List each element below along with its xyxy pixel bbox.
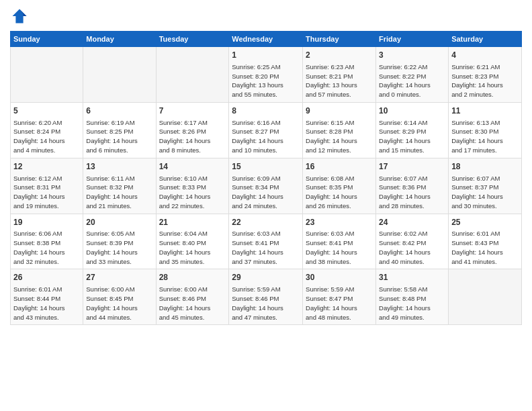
calendar-cell: 19Sunrise: 6:06 AMSunset: 8:38 PMDayligh… [11,214,83,269]
calendar-week-2: 5Sunrise: 6:20 AMSunset: 8:24 PMDaylight… [11,102,522,158]
day-number: 18 [451,161,519,173]
day-number: 10 [379,105,445,117]
day-number: 25 [451,217,519,228]
day-info: Sunrise: 6:10 AMSunset: 8:33 PMDaylight:… [159,174,226,211]
calendar-cell: 31Sunrise: 5:58 AMSunset: 8:48 PMDayligh… [376,269,449,325]
day-number: 20 [86,217,152,228]
weekday-header-sunday: Sunday [11,32,83,47]
weekday-header-friday: Friday [376,32,449,47]
calendar-cell: 7Sunrise: 6:17 AMSunset: 8:26 PMDaylight… [156,102,229,158]
day-info: Sunrise: 6:23 AMSunset: 8:21 PMDaylight:… [306,62,373,99]
day-number: 30 [306,272,373,283]
calendar-cell: 22Sunrise: 6:03 AMSunset: 8:41 PMDayligh… [229,214,303,269]
day-number: 6 [86,105,152,117]
calendar-week-4: 19Sunrise: 6:06 AMSunset: 8:38 PMDayligh… [11,214,522,269]
calendar-cell: 28Sunrise: 6:00 AMSunset: 8:46 PMDayligh… [156,269,229,325]
day-info: Sunrise: 5:59 AMSunset: 8:46 PMDaylight:… [232,285,300,322]
day-number: 16 [306,161,373,173]
day-number: 24 [379,217,445,228]
day-info: Sunrise: 6:11 AMSunset: 8:32 PMDaylight:… [86,174,152,211]
day-info: Sunrise: 6:12 AMSunset: 8:31 PMDaylight:… [13,174,80,211]
calendar-cell: 4Sunrise: 6:21 AMSunset: 8:23 PMDaylight… [449,47,522,103]
calendar-cell: 9Sunrise: 6:15 AMSunset: 8:28 PMDaylight… [303,102,376,158]
day-info: Sunrise: 6:16 AMSunset: 8:27 PMDaylight:… [232,118,300,155]
calendar-cell: 25Sunrise: 6:01 AMSunset: 8:43 PMDayligh… [449,214,522,269]
calendar-cell: 17Sunrise: 6:07 AMSunset: 8:36 PMDayligh… [376,158,449,214]
day-info: Sunrise: 6:03 AMSunset: 8:41 PMDaylight:… [306,229,373,266]
logo [10,7,32,26]
calendar-cell: 12Sunrise: 6:12 AMSunset: 8:31 PMDayligh… [11,158,83,214]
day-info: Sunrise: 6:01 AMSunset: 8:44 PMDaylight:… [13,285,80,322]
day-info: Sunrise: 6:00 AMSunset: 8:45 PMDaylight:… [86,285,152,322]
calendar-cell: 30Sunrise: 5:59 AMSunset: 8:47 PMDayligh… [303,269,376,325]
calendar-cell: 2Sunrise: 6:23 AMSunset: 8:21 PMDaylight… [303,47,376,103]
calendar-cell: 26Sunrise: 6:01 AMSunset: 8:44 PMDayligh… [11,269,83,325]
calendar-week-5: 26Sunrise: 6:01 AMSunset: 8:44 PMDayligh… [11,269,522,325]
day-number: 11 [451,105,519,117]
calendar-cell: 29Sunrise: 5:59 AMSunset: 8:46 PMDayligh… [229,269,303,325]
calendar-cell: 1Sunrise: 6:25 AMSunset: 8:20 PMDaylight… [229,47,303,103]
calendar-cell: 6Sunrise: 6:19 AMSunset: 8:25 PMDaylight… [83,102,156,158]
day-info: Sunrise: 6:20 AMSunset: 8:24 PMDaylight:… [13,118,80,155]
day-number: 15 [232,161,300,173]
day-number: 3 [379,50,445,61]
calendar-cell [156,47,229,103]
day-info: Sunrise: 6:17 AMSunset: 8:26 PMDaylight:… [159,118,226,155]
day-info: Sunrise: 6:01 AMSunset: 8:43 PMDaylight:… [451,229,519,266]
day-info: Sunrise: 6:25 AMSunset: 8:20 PMDaylight:… [232,62,300,99]
calendar-cell: 8Sunrise: 6:16 AMSunset: 8:27 PMDaylight… [229,102,303,158]
calendar-cell: 13Sunrise: 6:11 AMSunset: 8:32 PMDayligh… [83,158,156,214]
calendar-header: SundayMondayTuesdayWednesdayThursdayFrid… [11,32,522,47]
calendar-cell: 20Sunrise: 6:05 AMSunset: 8:39 PMDayligh… [83,214,156,269]
weekday-header-saturday: Saturday [449,32,522,47]
day-number: 27 [86,272,152,283]
calendar-cell: 24Sunrise: 6:02 AMSunset: 8:42 PMDayligh… [376,214,449,269]
calendar-table: SundayMondayTuesdayWednesdayThursdayFrid… [10,31,522,325]
day-number: 14 [159,161,226,173]
calendar-cell: 15Sunrise: 6:09 AMSunset: 8:34 PMDayligh… [229,158,303,214]
calendar-cell: 18Sunrise: 6:07 AMSunset: 8:37 PMDayligh… [449,158,522,214]
calendar-cell: 23Sunrise: 6:03 AMSunset: 8:41 PMDayligh… [303,214,376,269]
day-number: 29 [232,272,300,283]
day-number: 2 [306,50,373,61]
day-number: 8 [232,105,300,117]
calendar-cell: 27Sunrise: 6:00 AMSunset: 8:45 PMDayligh… [83,269,156,325]
calendar-week-3: 12Sunrise: 6:12 AMSunset: 8:31 PMDayligh… [11,158,522,214]
weekday-header-monday: Monday [83,32,156,47]
day-info: Sunrise: 6:02 AMSunset: 8:42 PMDaylight:… [379,229,445,266]
day-number: 23 [306,217,373,228]
page-header [10,7,522,26]
day-number: 7 [159,105,226,117]
day-info: Sunrise: 6:09 AMSunset: 8:34 PMDaylight:… [232,174,300,211]
weekday-header-wednesday: Wednesday [229,32,303,47]
day-info: Sunrise: 5:59 AMSunset: 8:47 PMDaylight:… [306,285,373,322]
day-number: 17 [379,161,445,173]
day-info: Sunrise: 6:15 AMSunset: 8:28 PMDaylight:… [306,118,373,155]
calendar-cell: 16Sunrise: 6:08 AMSunset: 8:35 PMDayligh… [303,158,376,214]
day-info: Sunrise: 6:06 AMSunset: 8:38 PMDaylight:… [13,229,80,266]
calendar-cell [83,47,156,103]
day-info: Sunrise: 6:07 AMSunset: 8:37 PMDaylight:… [451,174,519,211]
calendar-body: 1Sunrise: 6:25 AMSunset: 8:20 PMDaylight… [11,47,522,325]
day-info: Sunrise: 6:22 AMSunset: 8:22 PMDaylight:… [379,62,445,99]
day-info: Sunrise: 6:21 AMSunset: 8:23 PMDaylight:… [451,62,519,99]
weekday-header-thursday: Thursday [303,32,376,47]
day-info: Sunrise: 6:08 AMSunset: 8:35 PMDaylight:… [306,174,373,211]
day-info: Sunrise: 6:00 AMSunset: 8:46 PMDaylight:… [159,285,226,322]
day-info: Sunrise: 6:07 AMSunset: 8:36 PMDaylight:… [379,174,445,211]
day-number: 28 [159,272,226,283]
calendar-cell: 14Sunrise: 6:10 AMSunset: 8:33 PMDayligh… [156,158,229,214]
calendar-cell [449,269,522,325]
day-number: 22 [232,217,300,228]
calendar-cell: 21Sunrise: 6:04 AMSunset: 8:40 PMDayligh… [156,214,229,269]
calendar-cell: 10Sunrise: 6:14 AMSunset: 8:29 PMDayligh… [376,102,449,158]
calendar-cell [11,47,83,103]
day-number: 21 [159,217,226,228]
day-number: 5 [13,105,80,117]
day-info: Sunrise: 6:13 AMSunset: 8:30 PMDaylight:… [451,118,519,155]
calendar-week-1: 1Sunrise: 6:25 AMSunset: 8:20 PMDaylight… [11,47,522,103]
day-info: Sunrise: 5:58 AMSunset: 8:48 PMDaylight:… [379,285,445,322]
day-number: 9 [306,105,373,117]
day-number: 4 [451,50,519,61]
calendar-cell: 5Sunrise: 6:20 AMSunset: 8:24 PMDaylight… [11,102,83,158]
